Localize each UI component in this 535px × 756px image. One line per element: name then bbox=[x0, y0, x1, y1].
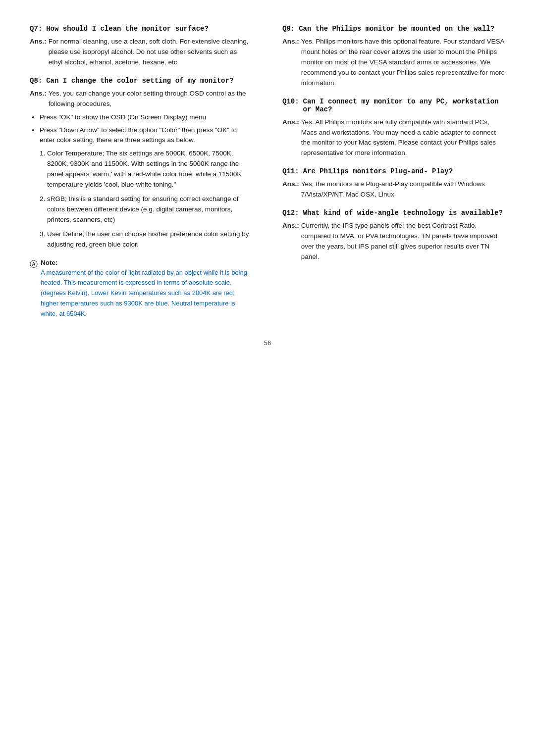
q11-answer: Ans.: Yes, the monitors are Plug-and-Pla… bbox=[282, 179, 505, 200]
q8-block: Q8: Can I change the color setting of my… bbox=[30, 77, 253, 250]
q8-answer-intro: Ans.: Yes, you can change your color set… bbox=[30, 89, 253, 109]
left-column: Q7: How should I clean the monitor surfa… bbox=[30, 25, 258, 319]
q12-text: What kind of wide-angle technology is av… bbox=[303, 209, 503, 217]
q8-numbered-1: Color Temperature; The six settings are … bbox=[47, 149, 253, 190]
q8-label: Q8: bbox=[30, 77, 42, 85]
q12-block: Q12: What kind of wide-angle technology … bbox=[282, 209, 505, 262]
q7-text: How should I clean the monitor surface? bbox=[46, 25, 209, 33]
q7-ans-label: Ans.: bbox=[30, 37, 47, 68]
q7-block: Q7: How should I clean the monitor surfa… bbox=[30, 25, 253, 68]
q7-ans-text: For normal cleaning, use a clean, soft c… bbox=[49, 37, 253, 68]
q8-numbered-3: User Define; the user can choose his/her… bbox=[47, 229, 253, 250]
q8-ans-text: Yes, you can change your color setting t… bbox=[49, 89, 253, 109]
q10-question: Q10: Can I connect my monitor to any PC,… bbox=[282, 98, 505, 113]
q8-bullet-2: Press "Down Arrow" to select the option … bbox=[40, 125, 253, 146]
q8-bullet-1: Press "OK" to show the OSD (On Screen Di… bbox=[40, 112, 253, 123]
q10-text: Can I connect my monitor to any PC, work… bbox=[303, 98, 505, 113]
q7-question: Q7: How should I clean the monitor surfa… bbox=[30, 25, 253, 33]
q12-question: Q12: What kind of wide-angle technology … bbox=[282, 209, 505, 217]
q10-ans-label: Ans.: bbox=[282, 117, 299, 159]
page-number: 56 bbox=[30, 339, 505, 347]
q9-answer: Ans.: Yes. Philips monitors have this op… bbox=[282, 37, 505, 89]
q12-ans-text: Currently, the IPS type panels offer the… bbox=[301, 221, 505, 262]
q11-label: Q11: bbox=[282, 167, 299, 175]
q8-numbered-2: sRGB; this is a standard setting for ens… bbox=[47, 194, 253, 225]
q8-ans-label: Ans.: bbox=[30, 89, 47, 109]
q10-answer: Ans.: Yes. All Philips monitors are full… bbox=[282, 117, 505, 159]
q12-label: Q12: bbox=[282, 209, 299, 217]
note-text: A measurement of the color of light radi… bbox=[41, 268, 253, 319]
q9-ans-text: Yes. Philips monitors have this optional… bbox=[301, 37, 505, 89]
right-column: Q9: Can the Philips monitor be mounted o… bbox=[277, 25, 505, 319]
q11-ans-text: Yes, the monitors are Plug-and-Play comp… bbox=[301, 179, 505, 200]
note-label: Note: bbox=[41, 259, 253, 266]
q9-ans-label: Ans.: bbox=[282, 37, 299, 89]
q8-numbered: Color Temperature; The six settings are … bbox=[47, 149, 253, 250]
q10-ans-text: Yes. All Philips monitors are fully comp… bbox=[301, 117, 505, 159]
page-content: Q7: How should I clean the monitor surfa… bbox=[30, 25, 505, 319]
q11-ans-label: Ans.: bbox=[282, 179, 299, 200]
q7-answer: Ans.: For normal cleaning, use a clean, … bbox=[30, 37, 253, 68]
q12-ans-label: Ans.: bbox=[282, 221, 299, 262]
note-icon: Ⓐ bbox=[30, 259, 38, 319]
q9-label: Q9: bbox=[282, 25, 295, 33]
note-content: Note: A measurement of the color of ligh… bbox=[41, 259, 253, 319]
note-block: Ⓐ Note: A measurement of the color of li… bbox=[30, 259, 253, 319]
q10-label: Q10: bbox=[282, 98, 299, 113]
q9-text: Can the Philips monitor be mounted on th… bbox=[299, 25, 494, 33]
q9-question: Q9: Can the Philips monitor be mounted o… bbox=[282, 25, 505, 33]
q11-block: Q11: Are Philips monitors Plug-and- Play… bbox=[282, 167, 505, 200]
q11-text: Are Philips monitors Plug-and- Play? bbox=[303, 167, 453, 175]
q7-label: Q7: bbox=[30, 25, 42, 33]
q8-text: Can I change the color setting of my mon… bbox=[46, 77, 233, 85]
q8-question: Q8: Can I change the color setting of my… bbox=[30, 77, 253, 85]
q9-block: Q9: Can the Philips monitor be mounted o… bbox=[282, 25, 505, 89]
q8-bullets: Press "OK" to show the OSD (On Screen Di… bbox=[40, 112, 253, 146]
q12-answer: Ans.: Currently, the IPS type panels off… bbox=[282, 221, 505, 262]
q11-question: Q11: Are Philips monitors Plug-and- Play… bbox=[282, 167, 505, 175]
q10-block: Q10: Can I connect my monitor to any PC,… bbox=[282, 98, 505, 159]
